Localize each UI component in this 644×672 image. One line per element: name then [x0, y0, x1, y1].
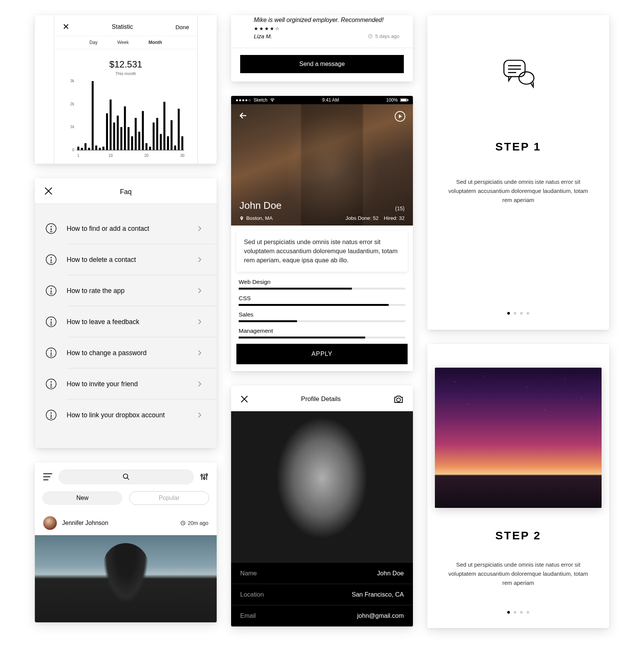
page-indicator: [427, 611, 609, 614]
battery-icon: [400, 98, 408, 102]
pager-dot[interactable]: [520, 312, 523, 315]
close-icon[interactable]: ✕: [63, 22, 69, 32]
profile-field-row[interactable]: NameJohn Doe: [231, 563, 413, 584]
chat-bubbles-icon: [497, 57, 539, 91]
hired-label: Hired: 32: [384, 215, 405, 221]
star-icon: ★: [254, 26, 258, 31]
faq-item[interactable]: How to leave a feedback: [35, 306, 217, 337]
svg-rect-5: [77, 147, 79, 150]
clock-icon: [180, 520, 186, 526]
close-icon[interactable]: [240, 395, 249, 403]
svg-rect-72: [504, 60, 525, 77]
chevron-right-icon: [198, 412, 204, 418]
skill-row: Management: [239, 327, 405, 338]
chevron-right-icon: [198, 226, 204, 232]
faq-item[interactable]: How to delete a contact: [35, 244, 217, 275]
pager-dot[interactable]: [514, 611, 516, 614]
svg-rect-33: [178, 109, 180, 150]
skill-label: Web Design: [239, 279, 405, 285]
svg-rect-27: [156, 118, 158, 150]
menu-icon[interactable]: [43, 473, 52, 480]
pager-dot[interactable]: [527, 611, 529, 614]
pager-dot[interactable]: [527, 312, 529, 315]
reviewer-name: Liza M.: [254, 33, 272, 39]
post-image[interactable]: [35, 535, 217, 622]
faq-item[interactable]: How to link your dropbox account: [35, 399, 217, 431]
faq-item-label: How to rate the app: [67, 287, 198, 295]
faq-item-label: How to find or add a contact: [67, 225, 198, 233]
camera-icon[interactable]: [393, 395, 404, 404]
phone-frame: ✕ Statistic Done Day Week Month $12.531 …: [54, 15, 198, 164]
svg-point-55: [123, 474, 128, 479]
skill-row: CSS: [239, 295, 405, 306]
post-time: 20m ago: [180, 520, 208, 526]
step-title: STEP 1: [427, 140, 609, 153]
faq-item-label: How to change a password: [67, 349, 198, 357]
faq-item-label: How to delete a contact: [67, 256, 198, 264]
onboarding-step1-card: STEP 1 Sed ut perspiciatis unde omnis is…: [427, 15, 609, 330]
pager-dot[interactable]: [520, 611, 523, 614]
svg-rect-6: [81, 148, 83, 150]
search-icon: [122, 473, 130, 481]
star-icon: ☆: [275, 26, 280, 31]
faq-item-label: How to invite your friend: [67, 380, 198, 388]
tab-day[interactable]: Day: [89, 40, 97, 45]
info-icon: [45, 285, 57, 296]
info-icon: [45, 254, 57, 265]
svg-rect-12: [102, 147, 104, 150]
profile-review-count: (15): [395, 205, 405, 211]
chevron-right-icon: [198, 288, 204, 294]
feed-card: New Popular Jennifer Johnson 20m ago: [35, 462, 217, 622]
svg-rect-22: [138, 132, 140, 150]
profile-photo[interactable]: [231, 411, 413, 563]
faq-item[interactable]: How to rate the app: [35, 275, 217, 306]
tab-new[interactable]: New: [42, 491, 122, 505]
field-label: Name: [240, 570, 257, 577]
svg-point-71: [397, 398, 400, 402]
close-icon[interactable]: [44, 186, 53, 196]
svg-rect-29: [163, 102, 165, 150]
faq-card: Faq How to find or add a contactHow to d…: [35, 178, 217, 448]
pager-dot[interactable]: [514, 312, 516, 315]
svg-text:1k: 1k: [70, 125, 75, 129]
profile-skills-card: ●●●●○ Sketch 9:41 AM 100%: [231, 96, 413, 371]
profile-field-row[interactable]: LocationSan Francisco, CA: [231, 584, 413, 605]
clock-icon: [368, 34, 373, 39]
faq-item[interactable]: How to change a password: [35, 337, 217, 368]
pager-dot[interactable]: [507, 312, 510, 315]
info-icon: [45, 347, 57, 359]
post-time-label: 20m ago: [188, 520, 208, 526]
post-author[interactable]: Jennifer Johnson: [62, 520, 175, 526]
chevron-right-icon: [198, 257, 204, 263]
star-icon: ★: [259, 26, 264, 31]
profile-field-row[interactable]: Emailjohn@gmail.com: [231, 605, 413, 627]
svg-text:3k: 3k: [70, 79, 75, 83]
skill-bar: [239, 337, 405, 338]
skills-list: Web DesignCSSSalesManagement: [231, 272, 413, 338]
tab-month[interactable]: Month: [148, 40, 162, 45]
svg-rect-9: [92, 81, 94, 150]
faq-item[interactable]: How to invite your friend: [35, 368, 217, 399]
review-time: 5 days ago: [368, 33, 399, 39]
apply-button[interactable]: APPLY: [236, 344, 408, 364]
send-message-button[interactable]: Send a message: [240, 55, 404, 73]
filter-icon[interactable]: [200, 473, 208, 481]
tab-popular[interactable]: Popular: [129, 491, 209, 505]
step-title: STEP 2: [427, 529, 609, 542]
faq-item[interactable]: How to find or add a contact: [35, 213, 217, 244]
tab-week[interactable]: Week: [117, 40, 128, 45]
svg-text:1: 1: [77, 154, 80, 158]
svg-rect-67: [407, 99, 408, 101]
avatar[interactable]: [43, 516, 57, 530]
step-description: Sed ut perspiciatis unde omnis iste natu…: [427, 177, 609, 205]
chevron-right-icon: [198, 319, 204, 325]
profile-details-card: Profile Details NameJohn DoeLocationSan …: [231, 385, 413, 627]
svg-text:2k: 2k: [70, 102, 75, 106]
pager-dot[interactable]: [507, 611, 510, 614]
onboarding-image: [435, 368, 602, 508]
search-input[interactable]: [58, 469, 194, 484]
svg-rect-15: [113, 122, 115, 150]
svg-point-52: [51, 381, 52, 382]
svg-line-56: [127, 478, 129, 480]
done-button[interactable]: Done: [175, 24, 189, 30]
